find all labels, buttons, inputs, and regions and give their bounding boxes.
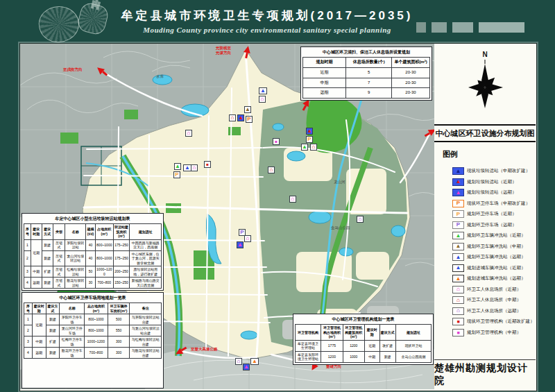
- legend-label: 规划环卫停车场（远期）: [467, 222, 517, 228]
- table-header-cell: 建设方式: [379, 325, 396, 341]
- legend-symbol-icon: ▲: [452, 178, 464, 186]
- table-header-cell: 总占地面积(m²): [85, 303, 108, 314]
- route-label: 至楚大高速公路: [191, 347, 218, 352]
- table-cell: 3: [24, 266, 31, 278]
- map-icon-ts: ▲: [243, 364, 250, 370]
- table-cell: 175~250: [113, 239, 130, 250]
- legend-symbol-icon: ▲: [452, 275, 464, 282]
- table-cell: 800~1000: [95, 250, 113, 266]
- legend-label: 现状环卫停车场（中期改扩建）: [467, 201, 530, 207]
- table-row: 3中期扩建压缩式红梅垃圾转运站501000~1200200~250原垃圾转运站用…: [24, 266, 162, 278]
- map-icon-house: ⌂: [310, 144, 317, 151]
- legend-symbol-icon: ■: [452, 329, 464, 336]
- map-icon-house: ⌂: [191, 164, 198, 171]
- map-icon-P: P: [246, 116, 253, 123]
- table-row: 远期920-30: [303, 88, 430, 99]
- table-cell: 新建: [46, 314, 60, 325]
- legend-label: 规划环卫管理机构（中期）: [467, 330, 521, 336]
- table-header-cell: 类型: [53, 224, 65, 240]
- table-cell: 远期: [31, 278, 42, 289]
- table-cell: 2: [24, 325, 33, 336]
- legend-list: ▲现状垃圾转运站（中期改扩建）▲规划垃圾转运站（近期）▲规划垃圾转运站（远期）P…: [443, 166, 533, 338]
- table-cell: 近期: [303, 67, 346, 78]
- table-row: 1近期新建压缩式茅阳垃圾转运站40800~1000175~250中园西路与新福路…: [24, 239, 162, 250]
- table-header-cell: 序号: [24, 303, 33, 314]
- legend-label: 规划环卫停车场（近期）: [467, 211, 517, 217]
- table-cell: 牟定县环境卫生管理站: [296, 340, 321, 351]
- north-arrow-icon: [457, 58, 513, 117]
- table-cell: 新建: [42, 239, 53, 250]
- table-cell: 新建: [46, 348, 60, 359]
- table-header-cell: 占地面积(m²): [95, 224, 113, 240]
- legend-item: ▲规划垃圾转运站（远期）: [443, 187, 533, 198]
- table-cell: 新建: [379, 351, 396, 362]
- table-cell: 压缩式: [53, 266, 65, 278]
- table-cell: 近期: [31, 239, 42, 266]
- table-cell: 中心城区东侧，位于龙山河，思源实验学校北侧: [130, 250, 162, 266]
- table-cell: 1000: [343, 351, 364, 362]
- legend-symbol-icon: ▲: [452, 167, 464, 175]
- table-cell: 20-30: [392, 67, 430, 78]
- legend-symbol-icon: ⌂: [452, 286, 464, 293]
- legend-item: ▲规划进城车辆冲洗站（近期）: [443, 263, 533, 274]
- table-cell: 中期: [364, 351, 379, 362]
- table-cell: 175~250: [113, 250, 130, 266]
- table-cell: 茅阳环卫停车场: [60, 314, 85, 325]
- legend-label: 规划进城车辆冲洗站（近期）: [467, 265, 526, 271]
- map-title: 中心城区环卫设施分布规划图: [434, 124, 536, 142]
- map-icon-wash: ▲: [174, 163, 181, 170]
- table-cell: 现状环卫站: [396, 340, 432, 351]
- table-header-cell: 建设时期: [364, 325, 379, 341]
- table-cell: 新福路与南山路交叉口西北侧: [130, 278, 162, 289]
- legend-label: 现状垃圾转运站（中期改扩建）: [467, 168, 530, 174]
- table-cell: 新建: [42, 278, 53, 289]
- page-title: 牟定县城市环境卫生专项规划(2017—2035): [104, 8, 430, 24]
- legend-symbol-icon: ▲: [452, 243, 464, 250]
- table-header-cell: 建设时期: [31, 224, 42, 240]
- legend-item: ▲规划环卫车辆冲洗站（远期）: [443, 252, 533, 263]
- legend-label: 环卫工人休息场所（近期）: [467, 287, 521, 293]
- table-cell: 7: [346, 78, 392, 88]
- table-cell: 与散花垃圾转运站合建: [130, 348, 162, 359]
- table-cell: 散花环卫停车场: [60, 348, 85, 359]
- parking-table: 中心城区环卫停车场用地规划一览表序号建设时期建设方式名称总占地面积(m²)环卫车…: [22, 292, 164, 389]
- map-label: 水库: [156, 74, 164, 79]
- legend-item: ▲规划环卫车辆冲洗站（中期）: [443, 241, 533, 253]
- map-label: 金马山公园: [331, 225, 350, 230]
- table-header-cell: 休息场所数量(个): [346, 58, 392, 68]
- table-header-cell: 建设时期: [32, 303, 46, 314]
- legend-symbol-icon: ⌂: [452, 307, 464, 315]
- table-cell: 远期: [32, 348, 46, 359]
- map-icon-house: ⌂: [357, 216, 364, 223]
- legend-item: ▲现状垃圾转运站（中期改扩建）: [443, 166, 533, 177]
- table-cell: 与红梅垃圾转运站合建: [130, 336, 162, 348]
- map-icon-sq: ■: [204, 161, 211, 168]
- legend-item: ▲规划垃圾转运站（近期）: [443, 177, 533, 188]
- table-cell: 300: [108, 336, 130, 348]
- sheet: ⌂▲P▲⌂■▲P▲⌂■▲▲⌂P⌂⌂▲⌂P⌂▲⌂⌂▲▲至戌街方向元双线至 元谋方向…: [19, 43, 537, 391]
- table-title: 牟定中心城区小型生活垃圾转运站规划表: [24, 216, 162, 222]
- map-icon-wash: ▲: [244, 106, 251, 113]
- table-cell: 4: [24, 278, 31, 289]
- table-header-cell: 建设方式: [46, 303, 60, 314]
- table-header-cell: 规划选址: [130, 224, 162, 240]
- sidebar: N 中心城区环卫设施分布规划图 图: [434, 44, 536, 389]
- table-row: 3中期扩建红梅环卫停车场1000~1200300与红梅垃圾转运站合建: [24, 336, 162, 348]
- legend-symbol-icon: ▲: [452, 189, 464, 196]
- table-cell: 与龙山河垃圾转运站合建: [130, 325, 162, 336]
- table-cell: 压缩式: [53, 250, 65, 266]
- legend-title: 图例: [443, 149, 533, 160]
- table-cell: 300: [108, 348, 130, 359]
- map-icon-P: P: [173, 171, 180, 178]
- table-cell: 20-30: [392, 78, 430, 88]
- map-icon-ts: ▲: [237, 114, 244, 121]
- table-cell: 1000~1200: [85, 336, 108, 348]
- table-cell: 150~250: [113, 278, 130, 289]
- map-icon-house: ⌂: [235, 358, 242, 365]
- table-cell: 1200: [321, 351, 343, 362]
- table-cell: 700~800: [85, 348, 108, 359]
- table-title: 中心城区环卫停车场用地规划一览表: [24, 295, 162, 301]
- legend-label: 现状环卫管理机构（近期改扩建）: [467, 318, 535, 325]
- legend-item: P现状环卫停车场（中期改扩建）: [443, 198, 533, 210]
- legend-symbol-icon: P: [452, 200, 464, 207]
